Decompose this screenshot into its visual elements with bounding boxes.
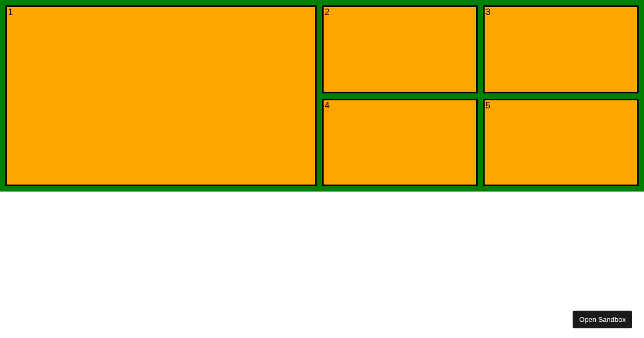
open-sandbox-button[interactable]: Open Sandbox bbox=[573, 311, 632, 328]
grid-item-1: 1 bbox=[5, 5, 317, 186]
grid-item-2: 2 bbox=[322, 5, 478, 93]
grid-container: 1 2 3 4 5 bbox=[0, 0, 644, 192]
grid-item-5: 5 bbox=[483, 99, 639, 187]
grid-item-3: 3 bbox=[483, 5, 639, 93]
grid-item-4: 4 bbox=[322, 99, 478, 187]
